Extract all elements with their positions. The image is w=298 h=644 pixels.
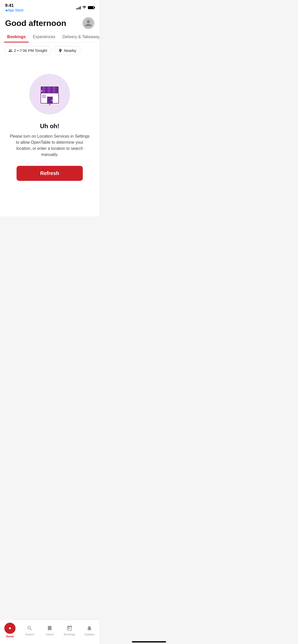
svg-text:✦: ✦ bbox=[49, 103, 51, 106]
greeting-text: Good afternoon bbox=[5, 19, 66, 28]
refresh-button[interactable]: Refresh bbox=[17, 166, 83, 181]
svg-rect-2 bbox=[48, 86, 50, 94]
guests-time-filter[interactable]: 2 • 7:00 PM Tonight bbox=[4, 46, 51, 55]
status-right bbox=[76, 6, 94, 10]
status-bar: 9:41 App Store bbox=[0, 0, 99, 13]
error-message: Please turn on Location Services in Sett… bbox=[8, 133, 91, 158]
svg-point-7 bbox=[51, 100, 52, 101]
tabs-bar: Bookings Experiences Delivery & Takeaway bbox=[0, 32, 99, 42]
people-icon bbox=[8, 49, 12, 53]
battery-icon bbox=[88, 6, 94, 9]
wifi-icon bbox=[82, 6, 86, 10]
location-icon bbox=[58, 49, 62, 53]
location-label: Nearby bbox=[64, 48, 76, 53]
tab-bookings[interactable]: Bookings bbox=[4, 32, 29, 42]
status-time: 9:41 bbox=[5, 3, 23, 8]
svg-rect-6 bbox=[42, 95, 46, 98]
error-state: ✦ ✦ Uh oh! Please turn on Location Servi… bbox=[0, 58, 99, 191]
main-content: Good afternoon Bookings Experiences Deli… bbox=[0, 13, 99, 216]
header: Good afternoon bbox=[0, 13, 99, 32]
filter-row: 2 • 7:00 PM Tonight Nearby bbox=[0, 42, 99, 58]
store-illustration: ✦ ✦ bbox=[29, 74, 70, 114]
tab-experiences[interactable]: Experiences bbox=[30, 32, 58, 42]
error-title: Uh oh! bbox=[40, 123, 59, 130]
signal-bars bbox=[76, 6, 81, 9]
location-filter[interactable]: Nearby bbox=[54, 46, 80, 55]
avatar[interactable] bbox=[83, 17, 94, 29]
guests-time-label: 2 • 7:00 PM Tonight bbox=[14, 48, 47, 53]
svg-text:✦: ✦ bbox=[40, 89, 43, 93]
app-store-back[interactable]: App Store bbox=[5, 8, 23, 12]
svg-rect-3 bbox=[53, 86, 55, 94]
status-left: 9:41 App Store bbox=[5, 3, 23, 12]
tab-delivery-takeaway[interactable]: Delivery & Takeaway bbox=[59, 32, 99, 42]
